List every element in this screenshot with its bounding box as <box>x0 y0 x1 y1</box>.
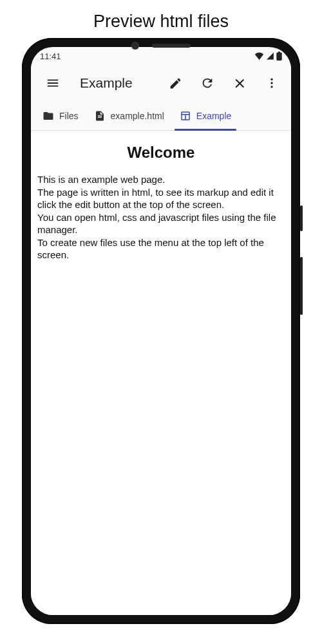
preview-content: Welcome This is an example web page.The … <box>31 131 291 615</box>
battery-icon <box>276 52 282 61</box>
tab-file-source[interactable]: example.html <box>86 101 172 130</box>
tab-label: Example <box>196 111 231 121</box>
content-body: This is an example web page.The page is … <box>37 173 285 261</box>
pencil-icon <box>169 77 182 90</box>
status-bar: 11:41 <box>31 47 291 65</box>
tab-label: example.html <box>111 111 164 121</box>
refresh-button[interactable] <box>194 70 220 96</box>
appbar-title: Example <box>80 75 156 91</box>
hamburger-icon <box>46 76 60 90</box>
svg-point-0 <box>270 79 272 80</box>
phone-screen: 11:41 Example <box>31 47 291 615</box>
phone-notch <box>131 42 191 50</box>
menu-button[interactable] <box>40 70 66 96</box>
phone-side-button <box>300 205 303 231</box>
tab-preview[interactable]: Example <box>172 101 239 130</box>
web-preview-icon <box>180 110 191 122</box>
close-icon <box>233 77 247 90</box>
tab-bar: Files example.html Example <box>31 101 291 131</box>
phone-frame: 11:41 Example <box>22 38 300 624</box>
speaker-slit <box>152 44 191 48</box>
camera-dot <box>131 42 139 50</box>
overflow-button[interactable] <box>259 70 285 96</box>
tab-files[interactable]: Files <box>35 101 86 130</box>
close-button[interactable] <box>227 70 252 96</box>
edit-button[interactable] <box>162 70 188 96</box>
wifi-icon <box>254 52 264 60</box>
folder-icon <box>43 110 54 122</box>
signal-icon <box>266 52 274 60</box>
refresh-icon <box>200 76 214 90</box>
app-bar: Example <box>31 65 291 101</box>
tab-label: Files <box>59 111 79 121</box>
page-caption: Preview html files <box>0 0 322 38</box>
more-vert-icon <box>265 77 278 90</box>
phone-side-button <box>300 257 303 315</box>
file-icon <box>94 110 106 122</box>
svg-point-2 <box>270 86 272 88</box>
content-heading: Welcome <box>37 144 285 162</box>
svg-point-1 <box>270 82 272 84</box>
status-icons <box>254 52 282 61</box>
status-time: 11:41 <box>40 52 61 61</box>
